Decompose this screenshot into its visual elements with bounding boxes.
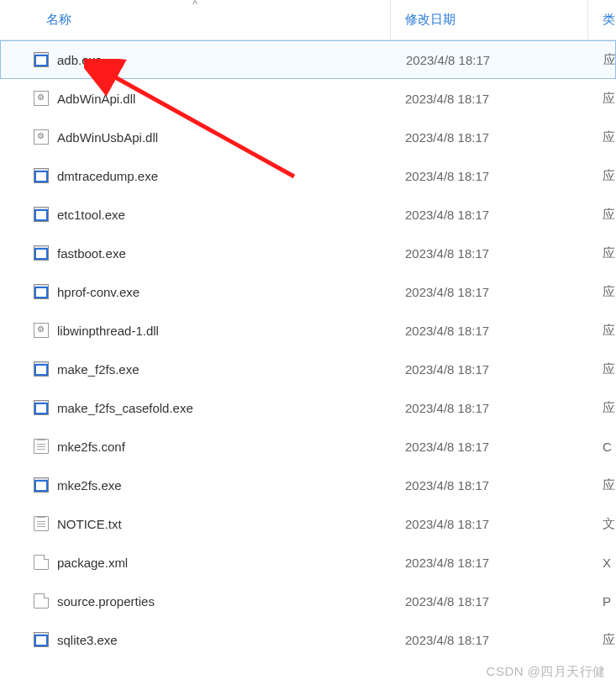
file-row[interactable]: adb.exe2023/4/8 18:17应 xyxy=(0,40,616,79)
file-type-cell: 应 xyxy=(588,79,616,118)
file-row[interactable]: make_f2fs.exe2023/4/8 18:17应 xyxy=(0,350,616,388)
file-name-cell: package.xml xyxy=(0,543,391,582)
file-row[interactable]: package.xml2023/4/8 18:17X xyxy=(0,543,616,582)
file-row[interactable]: dmtracedump.exe2023/4/8 18:17应 xyxy=(0,156,616,195)
file-name-label: make_f2fs.exe xyxy=(57,362,140,377)
file-date-cell: 2023/4/8 18:17 xyxy=(391,466,588,504)
exe-file-icon xyxy=(34,207,49,222)
file-name-label: package.xml xyxy=(57,556,128,570)
file-row[interactable]: fastboot.exe2023/4/8 18:17应 xyxy=(0,234,616,272)
file-row[interactable]: NOTICE.txt2023/4/8 18:17文 xyxy=(0,504,616,543)
file-date-cell: 2023/4/8 18:17 xyxy=(391,388,588,427)
file-name-label: AdbWinApi.dll xyxy=(57,92,135,106)
column-header-type-label: 类 xyxy=(603,12,615,28)
dll-file-icon xyxy=(34,91,49,106)
column-header-name[interactable]: 名称 ^ xyxy=(0,0,391,40)
file-date-cell: 2023/4/8 18:17 xyxy=(391,195,588,234)
file-row[interactable]: etc1tool.exe2023/4/8 18:17应 xyxy=(0,195,616,234)
file-name-cell: fastboot.exe xyxy=(0,234,391,272)
exe-file-icon xyxy=(34,284,49,299)
file-name-label: AdbWinUsbApi.dll xyxy=(57,130,158,145)
file-name-label: NOTICE.txt xyxy=(57,517,122,531)
file-date-cell: 2023/4/8 18:17 xyxy=(391,234,588,272)
exe-file-icon xyxy=(34,168,49,183)
file-file-icon xyxy=(34,593,49,609)
file-name-label: mke2fs.exe xyxy=(57,478,122,493)
file-date-cell: 2023/4/8 18:17 xyxy=(391,620,588,659)
file-name-label: fastboot.exe xyxy=(57,246,126,261)
file-type-cell: 应 xyxy=(588,620,616,659)
exe-file-icon xyxy=(34,245,49,261)
file-name-cell: libwinpthread-1.dll xyxy=(0,311,391,350)
file-type-cell: 应 xyxy=(588,311,616,350)
file-type-cell: 应 xyxy=(588,118,616,156)
file-name-cell: NOTICE.txt xyxy=(0,504,391,543)
file-name-cell: etc1tool.exe xyxy=(0,195,391,234)
file-type-cell: X xyxy=(588,543,616,582)
file-date-cell: 2023/4/8 18:17 xyxy=(391,79,588,118)
file-file-icon xyxy=(34,555,49,570)
file-name-cell: make_f2fs_casefold.exe xyxy=(0,388,391,427)
file-date-cell: 2023/4/8 18:17 xyxy=(391,350,588,388)
file-type-cell: 应 xyxy=(588,466,616,504)
file-name-cell: AdbWinUsbApi.dll xyxy=(0,118,391,156)
file-date-cell: 2023/4/8 18:17 xyxy=(391,504,588,543)
file-date-cell: 2023/4/8 18:17 xyxy=(391,543,588,582)
file-row[interactable]: mke2fs.exe2023/4/8 18:17应 xyxy=(0,466,616,504)
txt-file-icon xyxy=(34,516,49,531)
file-type-cell: 应 xyxy=(588,195,616,234)
file-date-cell: 2023/4/8 18:17 xyxy=(391,118,588,156)
file-row[interactable]: make_f2fs_casefold.exe2023/4/8 18:17应 xyxy=(0,388,616,427)
file-row[interactable]: mke2fs.conf2023/4/8 18:17C xyxy=(0,427,616,466)
exe-file-icon xyxy=(34,361,49,377)
file-name-label: source.properties xyxy=(57,594,155,609)
exe-file-icon xyxy=(34,52,49,67)
file-list: adb.exe2023/4/8 18:17应AdbWinApi.dll2023/… xyxy=(0,40,616,659)
column-header-type[interactable]: 类 xyxy=(588,0,616,40)
dll-file-icon xyxy=(34,129,49,145)
file-name-label: make_f2fs_casefold.exe xyxy=(57,401,193,415)
watermark-text: CSDN @四月天行健 xyxy=(487,664,606,680)
file-name-label: hprof-conv.exe xyxy=(57,285,140,299)
file-date-cell: 2023/4/8 18:17 xyxy=(392,41,589,78)
file-row[interactable]: AdbWinUsbApi.dll2023/4/8 18:17应 xyxy=(0,118,616,156)
column-header-row: 名称 ^ 修改日期 类 xyxy=(0,0,616,40)
file-date-cell: 2023/4/8 18:17 xyxy=(391,311,588,350)
column-header-date-label: 修改日期 xyxy=(405,12,455,28)
file-date-cell: 2023/4/8 18:17 xyxy=(391,582,588,620)
file-row[interactable]: source.properties2023/4/8 18:17P xyxy=(0,582,616,620)
file-name-label: dmtracedump.exe xyxy=(57,169,158,183)
file-name-label: etc1tool.exe xyxy=(57,208,125,222)
exe-file-icon xyxy=(34,632,49,647)
file-date-cell: 2023/4/8 18:17 xyxy=(391,427,588,466)
exe-file-icon xyxy=(34,477,49,493)
file-type-cell: 应 xyxy=(588,156,616,195)
file-row[interactable]: AdbWinApi.dll2023/4/8 18:17应 xyxy=(0,79,616,118)
file-name-cell: source.properties xyxy=(0,582,391,620)
column-header-date[interactable]: 修改日期 xyxy=(391,0,588,40)
file-name-cell: hprof-conv.exe xyxy=(0,272,391,311)
file-name-label: mke2fs.conf xyxy=(57,440,125,454)
txt-file-icon xyxy=(34,439,49,454)
file-name-cell: mke2fs.conf xyxy=(0,427,391,466)
sort-ascending-icon: ^ xyxy=(192,0,197,10)
column-header-name-label: 名称 xyxy=(46,12,71,28)
file-name-cell: mke2fs.exe xyxy=(0,466,391,504)
file-name-cell: make_f2fs.exe xyxy=(0,350,391,388)
file-type-cell: 应 xyxy=(588,272,616,311)
file-date-cell: 2023/4/8 18:17 xyxy=(391,272,588,311)
file-name-cell: dmtracedump.exe xyxy=(0,156,391,195)
file-name-label: adb.exe xyxy=(57,53,102,67)
exe-file-icon xyxy=(34,400,49,415)
dll-file-icon xyxy=(34,323,49,338)
file-row[interactable]: hprof-conv.exe2023/4/8 18:17应 xyxy=(0,272,616,311)
file-type-cell: 应 xyxy=(588,388,616,427)
file-type-cell: 文 xyxy=(588,504,616,543)
file-row[interactable]: libwinpthread-1.dll2023/4/8 18:17应 xyxy=(0,311,616,350)
file-row[interactable]: sqlite3.exe2023/4/8 18:17应 xyxy=(0,620,616,659)
file-type-cell: C xyxy=(588,427,616,466)
file-name-cell: adb.exe xyxy=(1,41,392,78)
file-type-cell: 应 xyxy=(588,234,616,272)
file-type-cell: 应 xyxy=(589,41,615,78)
file-date-cell: 2023/4/8 18:17 xyxy=(391,156,588,195)
